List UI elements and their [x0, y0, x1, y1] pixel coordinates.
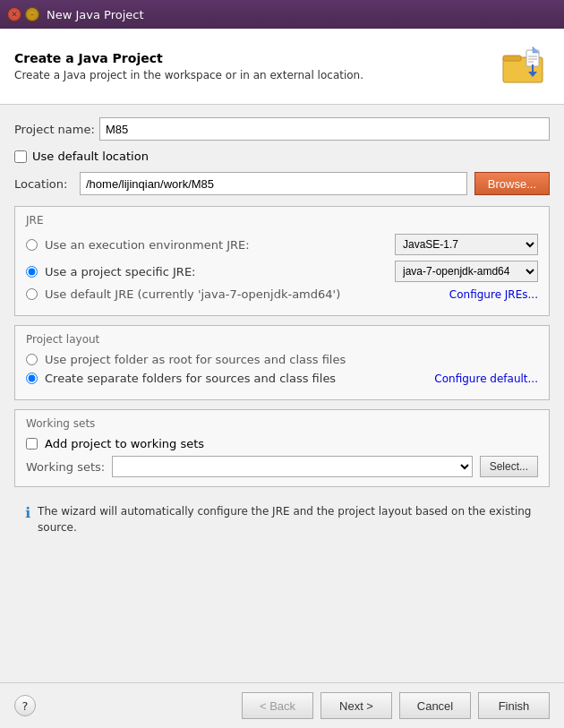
minimize-button[interactable]: –	[25, 7, 39, 21]
project-name-input[interactable]	[99, 117, 550, 141]
project-name-row: Project name:	[14, 117, 550, 141]
jre-project-row: Use a project specific JRE: java-7-openj…	[26, 261, 538, 282]
help-button[interactable]: ?	[14, 695, 36, 716]
jre-execution-row: Use an execution environment JRE: JavaSE…	[26, 234, 538, 255]
jre-default-radio[interactable]	[26, 288, 38, 300]
location-input[interactable]	[80, 172, 467, 195]
dialog-title: Create a Java Project	[14, 51, 363, 65]
working-sets-title: Working sets	[26, 417, 538, 430]
titlebar-buttons: ✕ –	[7, 7, 39, 21]
info-text: The wizard will automatically configure …	[38, 503, 539, 535]
jre-execution-label: Use an execution environment JRE:	[45, 238, 388, 252]
dialog-subtitle: Create a Java project in the workspace o…	[14, 69, 363, 81]
close-button[interactable]: ✕	[7, 7, 21, 21]
location-row: Location: Browse...	[14, 172, 550, 195]
finish-button[interactable]: Finish	[478, 692, 550, 719]
jre-project-select[interactable]: java-7-openjdk-amd64	[395, 261, 538, 282]
configure-default-link[interactable]: Configure default...	[434, 373, 538, 385]
dialog-header-text: Create a Java Project Create a Java proj…	[14, 51, 363, 81]
jre-execution-select[interactable]: JavaSE-1.7	[395, 234, 538, 255]
working-sets-select-button[interactable]: Select...	[480, 456, 538, 477]
titlebar-title: New Java Project	[47, 8, 144, 21]
help-icon: ?	[22, 699, 29, 713]
jre-section: JRE Use an execution environment JRE: Ja…	[14, 206, 550, 316]
layout-separate-label: Create separate folders for sources and …	[45, 372, 427, 385]
project-layout-label: Project layout	[26, 333, 538, 346]
use-default-location-row: Use default location	[14, 150, 550, 163]
add-working-sets-label: Add project to working sets	[45, 437, 204, 450]
next-button[interactable]: Next >	[320, 692, 392, 719]
dialog-header: Create a Java Project Create a Java proj…	[0, 29, 564, 105]
use-default-location-checkbox[interactable]	[14, 150, 27, 163]
add-working-sets-row: Add project to working sets	[26, 437, 538, 450]
dialog-content: Create a Java Project Create a Java proj…	[0, 29, 564, 728]
jre-default-row: Use default JRE (currently 'java-7-openj…	[26, 287, 538, 301]
dialog-body: Project name: Use default location Locat…	[0, 105, 564, 555]
folder-icon	[496, 39, 550, 93]
cancel-button[interactable]: Cancel	[399, 692, 471, 719]
info-icon: ℹ	[25, 504, 30, 521]
configure-jres-link[interactable]: Configure JREs...	[449, 288, 538, 301]
working-sets-input-row: Working sets: Select...	[26, 456, 538, 477]
use-default-location-label: Use default location	[32, 150, 149, 163]
footer-right: < Back Next > Cancel Finish	[242, 692, 550, 719]
working-sets-section: Working sets Add project to working sets…	[14, 409, 550, 487]
jre-section-label: JRE	[26, 214, 538, 227]
titlebar: ✕ – New Java Project	[0, 0, 564, 29]
location-label: Location:	[14, 177, 73, 191]
jre-project-label: Use a project specific JRE:	[45, 265, 388, 278]
layout-separate-radio[interactable]	[26, 373, 38, 384]
footer-left: ?	[14, 695, 36, 716]
jre-execution-radio[interactable]	[26, 239, 38, 251]
layout-root-label: Use project folder as root for sources a…	[45, 353, 538, 366]
add-working-sets-checkbox[interactable]	[26, 438, 38, 450]
working-sets-select[interactable]	[112, 456, 472, 477]
working-sets-label: Working sets:	[26, 460, 105, 474]
minimize-icon: –	[30, 10, 35, 19]
layout-root-row: Use project folder as root for sources a…	[26, 353, 538, 366]
back-button[interactable]: < Back	[242, 692, 313, 719]
jre-project-radio[interactable]	[26, 266, 38, 278]
svg-rect-1	[503, 56, 521, 61]
dialog-footer: ? < Back Next > Cancel Finish	[0, 682, 564, 728]
project-name-label: Project name:	[14, 123, 99, 136]
jre-default-label: Use default JRE (currently 'java-7-openj…	[45, 287, 442, 301]
layout-root-radio[interactable]	[26, 354, 38, 365]
layout-separate-row: Create separate folders for sources and …	[26, 372, 538, 385]
project-layout-section: Project layout Use project folder as roo…	[14, 325, 550, 400]
close-icon: ✕	[11, 10, 18, 19]
browse-button[interactable]: Browse...	[474, 172, 550, 195]
info-box: ℹ The wizard will automatically configur…	[14, 496, 550, 543]
